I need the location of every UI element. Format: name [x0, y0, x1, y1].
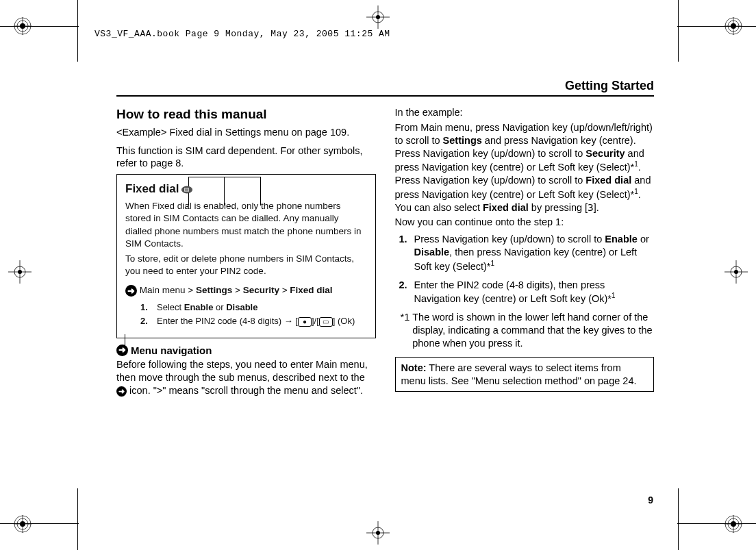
note-text: There are several ways to select items f… — [401, 362, 637, 386]
continue-line: Now you can continue onto the step 1: — [395, 216, 655, 229]
nav-settings: Settings — [196, 285, 232, 295]
svg-point-35 — [376, 531, 380, 535]
menu-nav-para: Before following the steps, you need to … — [116, 358, 376, 397]
t: or — [213, 302, 226, 312]
t: or — [638, 234, 649, 245]
crosshair-icon — [366, 5, 390, 29]
sim-dependent-note: This function is SIM card dependent. For… — [116, 145, 376, 171]
t: Settings — [443, 135, 482, 146]
step-2: Enter the PIN2 code (4-8 digits), then p… — [410, 279, 655, 306]
t: Before following the steps, you need to … — [116, 359, 368, 383]
arrow-circle-icon: ➜ — [125, 285, 137, 297]
intro-line: In the example: — [395, 106, 655, 119]
note-label: Note: — [401, 362, 427, 373]
example-title: Fixed dial — [125, 182, 179, 197]
sup: 1 — [491, 260, 495, 267]
example-step-2: 2. Enter the PIN2 code (4-8 digits) → [●… — [140, 315, 367, 327]
nav-sep: > — [235, 285, 240, 295]
breadcrumb: ➜ Main menu > Settings > Security > Fixe… — [125, 284, 367, 297]
soft-key-icon: ▭ — [319, 317, 333, 327]
svg-point-14 — [20, 521, 25, 527]
svg-rect-38 — [185, 188, 188, 191]
t: Enable — [184, 302, 214, 312]
t: Fixed dial — [585, 175, 631, 186]
t: Security — [585, 148, 625, 159]
centre-key-icon: ● — [298, 317, 312, 327]
t: (Ok) — [335, 316, 355, 326]
t: Select — [157, 302, 184, 312]
crop-line — [77, 488, 78, 550]
crosshair-icon — [8, 260, 32, 284]
crop-line — [0, 523, 79, 524]
svg-point-27 — [734, 270, 738, 274]
t: Press Navigation key (up/down) to scroll… — [414, 234, 605, 245]
arrow-circle-icon: ➜ — [116, 386, 127, 397]
t: by pressing [ — [529, 202, 588, 213]
t: icon. ">" means "scroll through the menu… — [127, 385, 363, 396]
footnote-1: *1 The word is shown in the lower left h… — [401, 311, 655, 350]
step-num: 2. — [140, 315, 150, 327]
heading-how-to-read: How to read this manual — [116, 106, 376, 123]
section-header: Getting Started — [116, 79, 654, 97]
step-text: Enter the PIN2 code (4-8 digits) → [●]/[… — [157, 315, 355, 327]
nav-prefix: Main menu > — [140, 285, 193, 295]
digit-key: 3 — [588, 202, 594, 213]
svg-point-31 — [376, 15, 380, 19]
footnote-marker: *1 — [401, 311, 410, 350]
crosshair-icon — [724, 260, 748, 284]
example-body-1: When Fixed dial is enabled, only the pho… — [125, 200, 367, 250]
arrow-circle-icon: ➜ — [116, 345, 128, 356]
arrow-right-icon: → — [284, 316, 296, 326]
t: Enter the PIN2 code (4-8 digits) — [157, 316, 284, 326]
t: Enable — [605, 234, 638, 245]
example-body-2: To store, edit or delete phone numbers i… — [125, 253, 367, 277]
crop-line — [678, 488, 679, 550]
crop-line — [77, 0, 78, 62]
svg-point-23 — [18, 270, 22, 274]
crosshair-icon — [366, 521, 390, 545]
step-num: 1. — [140, 301, 150, 314]
step-text: Select Enable or Disable — [157, 301, 257, 314]
menu-nav-subhead: ➜ Menu navigation — [116, 344, 376, 358]
steps-list: Press Navigation key (up/down) to scroll… — [395, 233, 655, 305]
nav-fixed: Fixed dial — [290, 285, 332, 295]
page-number: 9 — [648, 495, 653, 505]
build-stamp: VS3_VF_AAA.book Page 9 Monday, May 23, 2… — [94, 29, 390, 39]
sup: 1 — [612, 292, 616, 299]
reg-mark-icon — [724, 515, 742, 533]
step-1: Press Navigation key (up/down) to scroll… — [410, 233, 655, 273]
nav-sep: > — [282, 285, 288, 295]
t: Disable — [226, 302, 257, 312]
crop-line — [677, 523, 756, 524]
example-box: Fixed dial When Fixed dial is enabled, o… — [116, 174, 376, 338]
nav-security: Security — [243, 285, 279, 295]
main-para: From Main menu, press Navigation key (up… — [395, 121, 655, 214]
t: Enter the PIN2 code (4-8 digits), then p… — [414, 279, 612, 305]
example-ref: <Example> Fixed dial in Settings menu on… — [116, 126, 376, 139]
crop-line — [678, 0, 679, 62]
t: Fixed dial — [483, 202, 529, 213]
t: ]. — [594, 202, 599, 213]
menu-nav-label: Menu navigation — [131, 344, 212, 358]
crop-line — [0, 26, 79, 27]
sim-icon — [181, 185, 193, 195]
footnote-text: The word is shown in the lower left hand… — [412, 311, 654, 350]
t: Disable — [414, 247, 450, 258]
note-box: Note: There are several ways to select i… — [395, 357, 655, 392]
example-step-1: 1. Select Enable or Disable — [140, 301, 367, 314]
reg-mark-icon — [14, 515, 32, 533]
svg-point-19 — [731, 521, 736, 527]
crop-line — [677, 26, 756, 27]
